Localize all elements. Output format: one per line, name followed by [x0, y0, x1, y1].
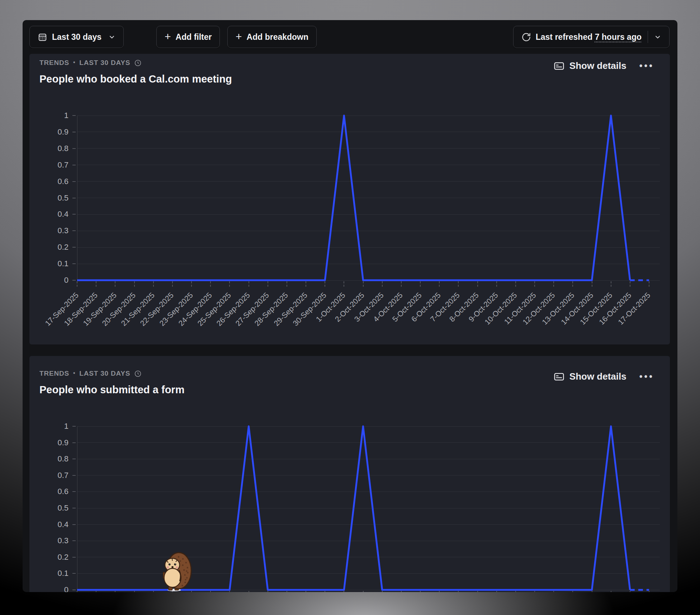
- x-axis-tick: [553, 281, 554, 287]
- y-axis-tick: [72, 426, 76, 427]
- x-axis-tick: [306, 281, 306, 287]
- gridline: [77, 508, 660, 508]
- y-axis-tick: [72, 165, 76, 165]
- x-axis-tick: [649, 591, 649, 592]
- chevron-down-icon: [108, 33, 115, 41]
- x-axis-tick: [77, 281, 77, 287]
- x-axis-tick: [572, 591, 573, 592]
- refresh-time: 7 hours ago: [595, 32, 642, 42]
- y-axis-line: [77, 116, 77, 280]
- x-axis-tick: [229, 281, 230, 287]
- x-axis-tick: [420, 591, 421, 592]
- gridline: [77, 264, 660, 264]
- x-axis-tick: [515, 591, 516, 592]
- y-axis-label: 0.6: [29, 177, 68, 186]
- insight-card-cal-meeting: TRENDS • LAST 30 DAYS People who booked …: [29, 54, 670, 344]
- x-axis-tick: [96, 281, 96, 287]
- refresh-label-prefix: Last refreshed: [536, 32, 593, 42]
- gridline: [77, 214, 660, 215]
- calendar-icon: [38, 32, 47, 42]
- x-axis-tick: [630, 281, 630, 287]
- x-axis-tick: [268, 591, 268, 592]
- y-axis-label: 0.2: [29, 553, 68, 562]
- button-divider: [648, 31, 648, 43]
- gridline: [77, 475, 660, 475]
- x-axis-tick: [439, 281, 440, 287]
- x-axis-tick: [115, 591, 115, 592]
- y-axis-label: 0.4: [29, 210, 68, 219]
- x-axis-tick: [611, 281, 611, 287]
- x-axis-tick: [115, 281, 115, 287]
- gridline: [77, 231, 660, 231]
- trend-chart-form-submitted: 00.10.20.30.40.50.60.70.80.9117-Sep-2025…: [29, 356, 670, 592]
- gridline: [77, 492, 660, 492]
- y-axis-tick: [72, 132, 76, 132]
- gridline: [77, 459, 660, 459]
- gridline: [77, 247, 660, 248]
- y-axis-tick: [72, 524, 76, 525]
- x-axis-tick: [77, 591, 77, 592]
- x-axis-tick: [325, 281, 325, 287]
- x-axis-tick: [534, 591, 535, 592]
- insight-card-form-submitted: TRENDS • LAST 30 DAYS People who submitt…: [29, 356, 670, 592]
- y-axis-label: 0.2: [29, 243, 68, 252]
- x-axis-tick: [249, 591, 249, 592]
- x-axis-tick: [382, 281, 383, 287]
- x-axis-tick: [363, 591, 364, 592]
- y-axis-label: 0.5: [29, 193, 68, 203]
- x-axis-tick: [611, 591, 611, 592]
- y-axis-tick: [72, 247, 76, 248]
- x-axis-tick: [458, 591, 459, 592]
- y-axis-tick: [72, 115, 76, 116]
- x-axis-tick: [210, 591, 211, 592]
- date-range-label: Last 30 days: [52, 32, 101, 42]
- y-axis-label: 0: [29, 585, 68, 592]
- refresh-button[interactable]: Last refreshed 7 hours ago: [513, 26, 670, 48]
- x-axis-tick: [344, 591, 344, 592]
- x-axis-tick: [401, 591, 402, 592]
- x-axis-tick: [153, 591, 154, 592]
- y-axis-tick: [72, 230, 76, 231]
- add-filter-label: Add filter: [176, 32, 212, 42]
- gridline: [77, 165, 660, 165]
- date-range-button[interactable]: Last 30 days: [29, 26, 124, 48]
- y-axis-tick: [72, 475, 76, 476]
- hedgehog-mascot: [160, 551, 193, 591]
- x-axis-tick: [249, 281, 249, 287]
- y-axis-tick: [72, 181, 76, 182]
- y-axis-label: 0.8: [29, 454, 68, 464]
- plus-icon: +: [236, 31, 242, 42]
- y-axis-tick: [72, 508, 76, 508]
- x-axis-tick: [363, 281, 364, 287]
- add-filter-button[interactable]: + Add filter: [156, 26, 220, 48]
- trend-line-svg: [29, 54, 670, 291]
- y-axis-tick: [72, 459, 76, 459]
- x-axis-tick: [191, 281, 192, 287]
- chevron-down-icon[interactable]: [654, 33, 661, 41]
- x-axis-tick: [306, 591, 306, 592]
- x-axis-tick: [515, 281, 516, 287]
- x-axis-tick: [572, 281, 573, 287]
- y-axis-line: [77, 426, 77, 590]
- y-axis-tick: [72, 214, 76, 215]
- x-axis-tick: [96, 591, 96, 592]
- gridline: [77, 524, 660, 525]
- refresh-label: Last refreshed 7 hours ago: [536, 32, 642, 42]
- x-axis-tick: [420, 281, 421, 287]
- y-axis-label: 0.5: [29, 503, 68, 513]
- x-axis-tick: [134, 281, 135, 287]
- y-axis-label: 0.9: [29, 438, 68, 447]
- y-axis-label: 0.3: [29, 226, 68, 235]
- x-axis-tick: [477, 591, 478, 592]
- gridline: [77, 198, 660, 198]
- x-axis-tick: [630, 591, 630, 592]
- y-axis-label: 0.9: [29, 127, 68, 137]
- y-axis-tick: [72, 573, 76, 574]
- y-axis-label: 0: [29, 276, 68, 285]
- add-breakdown-button[interactable]: + Add breakdown: [227, 26, 317, 48]
- y-axis-label: 0.7: [29, 471, 68, 480]
- x-axis-tick: [458, 281, 459, 287]
- x-axis-tick: [287, 281, 287, 287]
- y-axis-tick: [72, 148, 76, 149]
- x-axis-tick: [268, 281, 268, 287]
